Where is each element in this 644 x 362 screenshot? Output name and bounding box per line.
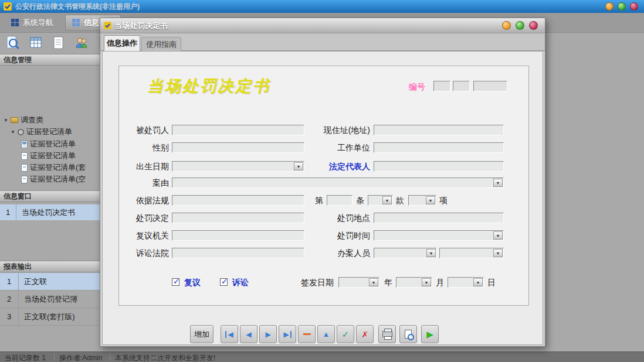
chevron-down-icon[interactable]: ▼ [422, 278, 431, 286]
last-record-button[interactable]: ▶ [279, 325, 296, 343]
tab-user-guide[interactable]: 使用指南 [141, 37, 181, 51]
tree-leaf-evidence-list[interactable]: 证据登记清单 [21, 151, 76, 161]
row-number: 1 [0, 273, 19, 290]
info-window-header: 信息窗口 [0, 190, 100, 202]
table-icon[interactable] [28, 35, 44, 51]
tab-system-navigation[interactable]: 系统导航 [5, 15, 59, 30]
minimize-button[interactable] [605, 2, 614, 11]
confirm-button[interactable]: ✓ [337, 325, 354, 343]
review-authority-input[interactable] [172, 230, 304, 241]
number-box-3[interactable] [473, 81, 507, 91]
item-select[interactable]: ▼ [408, 195, 436, 206]
close-button[interactable] [630, 2, 638, 11]
tree-leaf-label: 证据登记清单(套 [30, 162, 86, 173]
close-button[interactable] [529, 21, 538, 30]
number-box-1[interactable] [433, 81, 450, 91]
chevron-down-icon[interactable]: ▼ [369, 278, 378, 286]
tab-information-operation[interactable]: 信息操作 [104, 35, 140, 51]
users-icon[interactable] [73, 35, 90, 51]
row-label: 正文联 [19, 273, 47, 290]
report-row[interactable]: 2 当场处罚登记簿 [0, 291, 100, 308]
birth-date-select[interactable]: ▼ [172, 161, 304, 172]
review-checkbox[interactable] [172, 278, 179, 286]
label-month: 月 [436, 277, 444, 288]
chevron-down-icon[interactable]: ▼ [426, 249, 436, 257]
first-record-button[interactable]: ◀ [221, 325, 238, 343]
print-preview-button[interactable] [399, 325, 417, 343]
folder-icon [11, 117, 18, 123]
current-address-input[interactable] [374, 125, 504, 135]
report-row[interactable]: 1 正文联 [0, 273, 100, 291]
litigation-checkbox[interactable] [220, 278, 228, 286]
article-number-input[interactable] [327, 195, 352, 206]
chevron-down-icon[interactable]: ▼ [493, 249, 503, 257]
document-icon[interactable] [50, 35, 67, 51]
print-preview-icon [405, 330, 412, 339]
litigation-court-input[interactable] [172, 248, 304, 258]
row-number: 1 [0, 204, 16, 220]
clause-select[interactable]: ▼ [368, 195, 393, 206]
punished-person-input[interactable] [172, 125, 304, 135]
legal-representative-input[interactable] [374, 161, 504, 172]
chevron-down-icon[interactable]: ▼ [11, 129, 15, 135]
work-unit-input[interactable] [374, 142, 504, 153]
tree-leaf-evidence-list[interactable]: 证据登记清单 [21, 139, 76, 149]
run-button[interactable]: ▶ [421, 325, 439, 343]
previous-record-icon: ◀ [246, 331, 251, 338]
tree-leaf-evidence-list[interactable]: 证据登记清单(套 [21, 162, 86, 173]
dialog-title: 当场处罚决定书 [114, 21, 168, 31]
label-penalty-place: 处罚地点 [309, 213, 370, 223]
triangle-up-icon: ▲ [323, 330, 330, 338]
search-icon[interactable] [5, 35, 21, 51]
label-birth-date: 出生日期 [119, 161, 169, 172]
page-icon [21, 176, 28, 183]
chevron-down-icon[interactable]: ▼ [426, 196, 435, 204]
penalty-time-select[interactable]: ▼ [374, 230, 504, 241]
page-icon [21, 152, 28, 160]
tree-node-evidence-group[interactable]: ▼ 证据登记清单 [11, 127, 72, 137]
dialog-titlebar[interactable]: 当场处罚决定书 [100, 18, 545, 33]
chevron-down-icon[interactable]: ▼ [493, 231, 503, 240]
play-icon: ▶ [426, 330, 433, 339]
chevron-down-icon[interactable]: ▼ [4, 118, 8, 123]
issue-day-select[interactable]: ▼ [448, 277, 484, 288]
maximize-button[interactable] [618, 2, 626, 11]
statusbar: 当前记录数 1 操作者:Admin 本系统支持二次开发和全新开发! [0, 351, 644, 362]
print-button[interactable] [378, 325, 396, 343]
row-label: 当场处罚登记簿 [19, 291, 77, 308]
collapse-button[interactable]: ▲ [317, 325, 335, 343]
legal-basis-input[interactable] [172, 195, 304, 206]
tree-node-label: 证据登记清单 [26, 127, 72, 137]
cancel-button[interactable]: ✗ [356, 325, 374, 343]
previous-record-button[interactable]: ◀ [240, 325, 257, 343]
statusbar-message: 本系统支持二次开发和全新开发! [115, 353, 215, 362]
chevron-down-icon[interactable]: ▼ [382, 196, 392, 204]
label-clause-suffix: 款 [396, 195, 404, 206]
penalty-place-input[interactable] [374, 213, 504, 223]
page-icon [21, 164, 28, 172]
grid-icon [72, 18, 80, 27]
report-row[interactable]: 3 正文联(套打版) [0, 308, 100, 326]
penalty-decision-input[interactable] [172, 213, 304, 223]
tree-leaf-evidence-list[interactable]: 证据登记清单(空 [21, 174, 86, 185]
maximize-button[interactable] [516, 21, 524, 30]
next-record-button[interactable]: ▶ [259, 325, 277, 343]
chevron-down-icon[interactable]: ▼ [493, 179, 503, 187]
case-cause-select[interactable]: ▼ [172, 177, 504, 188]
minimize-button[interactable] [502, 21, 511, 30]
chevron-down-icon[interactable]: ▼ [294, 162, 303, 170]
add-button[interactable]: 增加 [190, 325, 213, 343]
issue-month-select[interactable]: ▼ [396, 277, 432, 288]
delete-record-button[interactable] [298, 325, 316, 343]
case-officer-1-select[interactable]: ▼ [374, 248, 437, 258]
row-number: 3 [0, 308, 19, 325]
gender-input[interactable] [172, 142, 304, 153]
info-window-row[interactable]: 1 当场处罚决定书 [0, 204, 100, 220]
label-penalty-time: 处罚时间 [309, 230, 370, 241]
number-box-2[interactable] [453, 81, 470, 91]
chevron-down-icon[interactable]: ▼ [473, 278, 483, 286]
report-output-header: 报表输出 [0, 261, 100, 272]
issue-year-select[interactable]: ▼ [338, 277, 379, 288]
case-officer-2-select[interactable]: ▼ [439, 248, 504, 258]
tree-node-investigation[interactable]: ▼ 调查类 [4, 115, 43, 125]
